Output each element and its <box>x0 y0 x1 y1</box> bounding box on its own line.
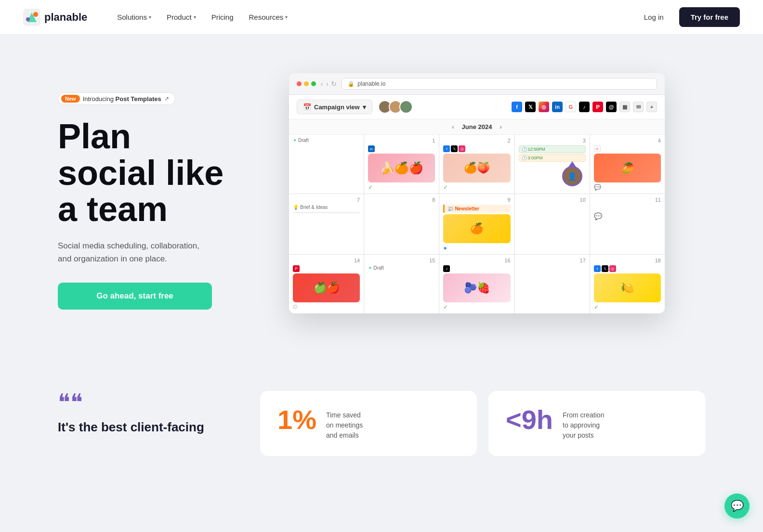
tiktok-filter-icon[interactable]: ♪ <box>579 102 590 112</box>
stats-cards: 1% Time saved on meetings and emails <9h… <box>260 391 705 456</box>
stat-card-1: 1% Time saved on meetings and emails <box>260 391 477 456</box>
avatar-3 <box>399 100 413 114</box>
nav-resources[interactable]: Resources ▾ <box>242 9 295 25</box>
refresh-icon[interactable]: ↻ <box>331 80 337 88</box>
hero-right: ‹ › ↻ 🔒 planable.io 📅 Campaign view ▾ <box>289 73 724 313</box>
nav-solutions[interactable]: Solutions ▾ <box>110 9 158 25</box>
logo-icon <box>23 9 40 26</box>
svg-point-2 <box>33 12 38 17</box>
calendar-cell-3: 3 🕐 12:50PM 🕐 3:00PM 👤 <box>515 135 590 194</box>
post-image-2: 🍊🍑 <box>443 154 510 182</box>
badge-arrow-icon: ↗ <box>164 95 169 102</box>
hero-section: New Introducing Post Templates ↗ Plan so… <box>0 35 763 362</box>
post-platform-icons-2: f 𝕏 ◎ <box>443 145 510 152</box>
draft-tag: ✦ Draft <box>293 138 360 143</box>
fullscreen-dot <box>311 81 316 86</box>
campaign-view-button[interactable]: 📅 Campaign view ▾ <box>297 100 372 114</box>
resources-chevron-icon: ▾ <box>285 14 288 20</box>
calendar-navigation: ‹ June 2024 › <box>289 119 665 135</box>
minimize-dot <box>304 81 309 86</box>
prev-month-button[interactable]: ‹ <box>452 123 454 130</box>
scheduled-tag-1: 🕐 12:50PM <box>519 145 586 153</box>
fruits-image: 🍌🍊🍎 <box>368 154 435 182</box>
mango-image: 🥭 <box>594 154 661 182</box>
calendar-cell-8: 8 <box>364 194 439 254</box>
start-free-button[interactable]: Go ahead, start free <box>58 283 212 310</box>
apple-image: 🍏🍎 <box>293 273 360 302</box>
approved-check-18: ✓ <box>594 304 661 311</box>
threads-filter-icon[interactable]: @ <box>606 102 617 112</box>
stat-number-2: <9h <box>506 406 553 433</box>
calendar-cell-4: 4 G 🥭 💬 <box>590 135 665 194</box>
approved-check-2: ✓ <box>443 184 510 191</box>
browser-url-bar[interactable]: 🔒 planable.io <box>342 78 657 90</box>
add-network-icon[interactable]: ✉ <box>633 102 644 112</box>
post-image-4: 🥭 <box>594 154 661 182</box>
add-more-icon[interactable]: + <box>646 102 657 112</box>
pt-post-icon: P <box>293 265 300 272</box>
post-image-9: 🍊 <box>443 214 510 243</box>
newsletter-icon: 📰 <box>447 206 453 211</box>
nav-product[interactable]: Product ▾ <box>160 9 203 25</box>
try-for-free-button[interactable]: Try for free <box>679 7 740 27</box>
svg-point-3 <box>26 17 30 21</box>
fb-post-icon-18: f <box>594 265 601 272</box>
chat-icon: 💬 <box>731 500 744 512</box>
post-image-18: 🍋 <box>594 273 661 302</box>
stat-number-1: 1% <box>277 406 316 433</box>
stat-desc-2: From creation to approving your posts <box>563 406 604 441</box>
badge-description: Introducing Post Templates <box>83 95 161 103</box>
login-button[interactable]: Log in <box>636 9 671 25</box>
tt-post-icon: ♪ <box>443 265 450 272</box>
nav-right: Log in Try for free <box>636 7 740 27</box>
empty-icon-14: ∅ <box>293 304 360 310</box>
clock-icon: 🕐 <box>522 147 527 152</box>
fb-post-icon: f <box>443 145 450 152</box>
approved-check-16: ✓ <box>443 304 510 311</box>
stat-card-2: <9h From creation to approving your post… <box>488 391 705 456</box>
forward-icon[interactable]: › <box>326 80 329 88</box>
testimonial-section: ❝❝ It's the best client-facing <box>58 391 241 435</box>
x-post-icon: 𝕏 <box>451 145 458 152</box>
chat-button[interactable]: 💬 <box>724 493 750 519</box>
logo-text: planable <box>44 11 87 24</box>
logo[interactable]: planable <box>23 9 87 26</box>
new-badge: New Introducing Post Templates ↗ <box>58 92 175 105</box>
more-networks-icon[interactable]: ▦ <box>619 102 630 112</box>
calendar-cell-9: 9 📰 Newsletter 🍊 ● <box>439 194 514 254</box>
stat-desc-1: Time saved on meetings and emails <box>326 406 363 441</box>
calendar-cell-2: 2 f 𝕏 ◎ 🍊🍑 ✓ <box>439 135 514 194</box>
ig-post-icon: ◎ <box>459 145 465 152</box>
browser-dots <box>297 81 316 86</box>
browser-mockup: ‹ › ↻ 🔒 planable.io 📅 Campaign view ▾ <box>289 73 665 313</box>
post-platform-icons-4: G <box>594 145 661 152</box>
back-icon[interactable]: ‹ <box>321 80 323 88</box>
badge-new-label: New <box>61 95 80 103</box>
current-month: June 2024 <box>462 123 492 130</box>
calendar-cell-10: 10 <box>515 194 590 254</box>
nav-links: Solutions ▾ Product ▾ Pricing Resources … <box>110 9 636 25</box>
comment-bubble-icon: 💬 <box>594 212 661 220</box>
solutions-chevron-icon: ▾ <box>149 14 151 20</box>
calendar-grid: ✦ Draft 1 in 🍌🍊🍎 ✓ 2 <box>289 135 665 313</box>
post-image-14: 🍏🍎 <box>293 273 360 302</box>
navigation: planable Solutions ▾ Product ▾ Pricing R… <box>0 0 763 35</box>
bottom-section: ❝❝ It's the best client-facing 1% Time s… <box>0 362 763 475</box>
orange-yellow-image: 🍊 <box>443 214 510 243</box>
twitter-filter-icon[interactable]: 𝕏 <box>525 102 536 112</box>
post-platform-icons: in <box>368 145 435 152</box>
social-icons-bar: f 𝕏 ◎ in G ♪ 𝗣 @ ▦ ✉ + <box>512 102 657 112</box>
next-month-button[interactable]: › <box>500 123 501 130</box>
pinterest-filter-icon[interactable]: 𝗣 <box>592 102 603 112</box>
clock-icon-2: 🕐 <box>522 156 527 160</box>
lemon-image: 🍋 <box>594 273 661 302</box>
google-filter-icon[interactable]: G <box>566 102 576 112</box>
linkedin-filter-icon[interactable]: in <box>552 102 563 112</box>
facebook-filter-icon[interactable]: f <box>512 102 522 112</box>
cursor-overlay: 👤 <box>562 161 582 186</box>
calendar-cell-17: 17 <box>515 255 590 313</box>
hero-left: New Introducing Post Templates ↗ Plan so… <box>58 73 260 310</box>
nav-pricing[interactable]: Pricing <box>205 9 240 25</box>
post-platform-icons-18: f 𝕏 ◎ <box>594 265 661 272</box>
instagram-filter-icon[interactable]: ◎ <box>539 102 549 112</box>
